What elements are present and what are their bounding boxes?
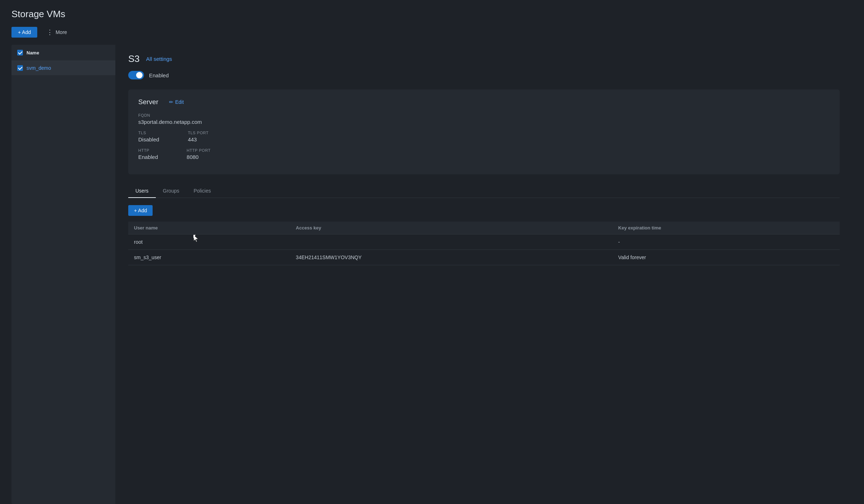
cell-access-key xyxy=(290,234,613,250)
cell-access-key: 34EH21411SMW1YOV3NQY xyxy=(290,250,613,265)
fqdn-value: s3portal.demo.netapp.com xyxy=(138,119,830,125)
s3-title: S3 xyxy=(128,53,140,64)
table-row[interactable]: sm_s3_user 34EH21411SMW1YOV3NQY Valid fo… xyxy=(128,250,840,265)
vm-list-header: Name xyxy=(11,45,115,61)
server-section-title: Server xyxy=(138,98,158,106)
table-row[interactable]: root - xyxy=(128,234,840,250)
cell-key-expiration: Valid forever xyxy=(613,250,840,265)
toggle-row: Enabled xyxy=(128,71,840,79)
page-title: Storage VMs xyxy=(11,9,853,20)
http-value: Enabled xyxy=(138,154,158,160)
tls-value: Disabled xyxy=(138,136,159,142)
tab-users[interactable]: Users xyxy=(128,184,156,198)
vm-item-checkbox[interactable] xyxy=(17,65,23,71)
users-toolbar: + Add xyxy=(128,205,840,216)
enabled-toggle[interactable] xyxy=(128,71,144,79)
cell-key-expiration: - xyxy=(613,234,840,250)
tls-group: TLS Disabled xyxy=(138,131,159,148)
http-row: HTTP Enabled HTTP PORT 8080 xyxy=(138,148,830,166)
vm-list-item[interactable]: svm_demo xyxy=(11,61,115,75)
vm-list-header-label: Name xyxy=(27,50,39,55)
tls-port-value: 443 xyxy=(188,136,208,142)
tabs-row: Users Groups Policies xyxy=(128,184,840,198)
col-key-expiration: Key expiration time xyxy=(613,222,840,234)
table-header-row: User name Access key Key expiration time xyxy=(128,222,840,234)
s3-header: S3 All settings xyxy=(128,53,840,64)
tab-groups[interactable]: Groups xyxy=(156,184,187,198)
more-button[interactable]: ⋮ More xyxy=(43,26,71,38)
http-port-label: HTTP PORT xyxy=(187,148,211,152)
server-section: Server ✏ Edit FQDN s3portal.demo.netapp.… xyxy=(128,89,840,174)
server-edit-link[interactable]: ✏ Edit xyxy=(169,99,184,105)
main-panel: S3 All settings Enabled Server ✏ Edit xyxy=(115,45,853,504)
fqdn-field: FQDN s3portal.demo.netapp.com xyxy=(138,113,830,125)
toggle-thumb xyxy=(136,72,143,78)
tab-policies[interactable]: Policies xyxy=(186,184,218,198)
edit-label: Edit xyxy=(175,99,184,105)
col-access-key: Access key xyxy=(290,222,613,234)
pencil-icon: ✏ xyxy=(169,99,173,105)
col-username: User name xyxy=(128,222,290,234)
users-table: User name Access key Key expiration time… xyxy=(128,222,840,265)
http-group: HTTP Enabled xyxy=(138,148,158,166)
vm-list: Name svm_demo xyxy=(11,45,115,504)
cell-username: sm_s3_user xyxy=(128,250,290,265)
add-user-button[interactable]: + Add xyxy=(128,205,153,216)
toolbar: + Add ⋮ More xyxy=(11,26,853,38)
add-vm-button[interactable]: + Add xyxy=(11,27,37,38)
tls-http-row: TLS Disabled TLS PORT 443 xyxy=(138,131,830,148)
app-container: Storage VMs + Add ⋮ More Name svm_demo S… xyxy=(0,0,864,504)
fqdn-label: FQDN xyxy=(138,113,830,117)
server-section-header: Server ✏ Edit xyxy=(138,98,830,106)
http-port-group: HTTP PORT 8080 xyxy=(187,148,211,166)
more-label: More xyxy=(56,29,67,35)
tls-port-group: TLS PORT 443 xyxy=(188,131,208,148)
tls-port-label: TLS PORT xyxy=(188,131,208,135)
all-settings-link[interactable]: All settings xyxy=(146,56,172,62)
cell-username: root xyxy=(128,234,290,250)
tls-label: TLS xyxy=(138,131,159,135)
dots-icon: ⋮ xyxy=(47,28,53,36)
content-area: Name svm_demo S3 All settings Enabled xyxy=(11,45,853,504)
http-label: HTTP xyxy=(138,148,158,152)
vm-item-name: svm_demo xyxy=(27,65,51,71)
enabled-label: Enabled xyxy=(149,72,169,78)
select-all-checkbox[interactable] xyxy=(17,50,23,55)
http-port-value: 8080 xyxy=(187,154,211,160)
users-section: + Add User name Access key Key expiratio… xyxy=(128,205,840,265)
